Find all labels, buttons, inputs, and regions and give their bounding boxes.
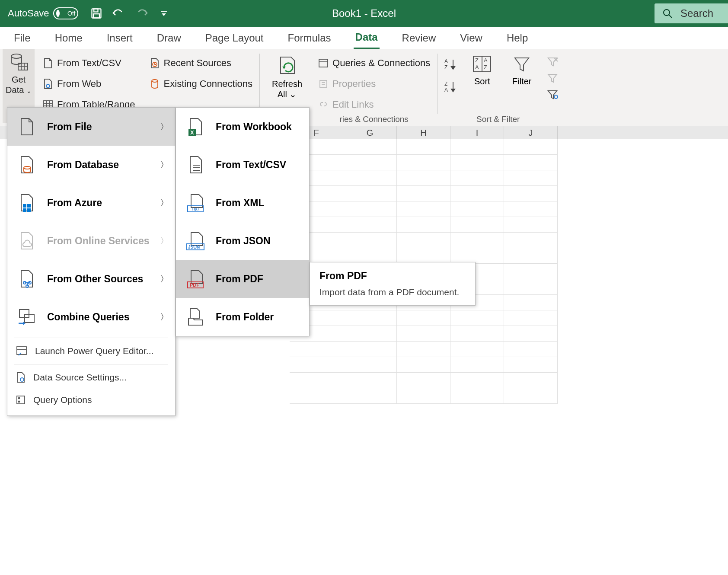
- svg-rect-61: [17, 347, 26, 355]
- label: Launch Power Query Editor...: [35, 346, 153, 356]
- web-file-icon: [42, 78, 54, 89]
- svg-text:〈⊕〉: 〈⊕〉: [189, 207, 201, 211]
- tab-draw[interactable]: Draw: [155, 28, 183, 48]
- submenu-from-xml[interactable]: 〈⊕〉 From XML: [176, 184, 309, 222]
- tab-home[interactable]: Home: [53, 28, 84, 48]
- label: From PDF: [216, 273, 263, 285]
- chevron-right-icon: 〉: [160, 160, 168, 170]
- from-web-button[interactable]: From Web: [40, 75, 138, 93]
- svg-point-12: [46, 84, 50, 88]
- text-csv-icon: [185, 154, 206, 176]
- tab-formulas[interactable]: Formulas: [286, 28, 333, 48]
- svg-rect-48: [23, 204, 26, 208]
- svg-point-63: [20, 378, 24, 381]
- svg-point-7: [11, 54, 22, 58]
- clock-file-icon: [149, 58, 160, 69]
- menu-from-database[interactable]: From Database 〉: [7, 146, 175, 184]
- save-button[interactable]: [89, 6, 104, 21]
- svg-rect-51: [27, 208, 31, 212]
- cylinder-icon: [149, 78, 160, 89]
- label: From Database: [47, 159, 119, 171]
- customize-qat-button[interactable]: [156, 6, 171, 21]
- tab-insert[interactable]: Insert: [105, 28, 134, 48]
- refresh-icon: [276, 54, 298, 76]
- tab-data[interactable]: Data: [354, 27, 380, 49]
- col-header[interactable]: I: [450, 126, 504, 139]
- sort-desc-button[interactable]: ZA: [444, 80, 458, 93]
- submenu-from-workbook[interactable]: X From Workbook: [176, 108, 309, 146]
- svg-rect-2: [93, 14, 99, 18]
- svg-point-19: [152, 80, 158, 82]
- tab-help[interactable]: Help: [505, 28, 530, 48]
- submenu-from-folder[interactable]: From Folder: [176, 298, 309, 336]
- label: From Azure: [47, 197, 102, 209]
- autosave-control[interactable]: AutoSave Off: [8, 7, 78, 19]
- tab-page-layout[interactable]: Page Layout: [204, 28, 265, 48]
- col-header[interactable]: J: [504, 126, 558, 139]
- group-queries-connections-label: ries & Connections: [311, 115, 437, 124]
- edit-links-button: Edit Links: [315, 96, 433, 113]
- advanced-filter-button[interactable]: [546, 89, 559, 99]
- svg-marker-33: [451, 89, 455, 92]
- ribbon-tabs: File Home Insert Draw Page Layout Formul…: [0, 27, 728, 49]
- chevron-right-icon: 〉: [160, 121, 168, 132]
- get-data-menu: From File 〉 From Database 〉 From Azure 〉…: [7, 107, 176, 416]
- menu-combine-queries[interactable]: Combine Queries 〉: [7, 298, 175, 336]
- azure-file-icon: [16, 192, 38, 214]
- file-icon: [16, 116, 38, 137]
- label: From Text/CSV: [216, 159, 286, 171]
- from-text-csv-button[interactable]: From Text/CSV: [40, 54, 138, 72]
- pdf-icon: PDF: [185, 268, 206, 290]
- menu-from-file[interactable]: From File 〉: [7, 108, 175, 146]
- svg-point-5: [664, 10, 670, 16]
- sort-asc-button[interactable]: AZ: [444, 58, 458, 70]
- svg-point-46: [554, 95, 558, 99]
- options-icon: [16, 395, 26, 405]
- svg-rect-64: [17, 396, 25, 404]
- queries-connections-button[interactable]: Queries & Connections: [315, 54, 433, 72]
- svg-marker-29: [451, 67, 455, 69]
- tab-file[interactable]: File: [12, 28, 32, 48]
- label: From Workbook: [216, 121, 292, 133]
- autosave-toggle[interactable]: Off: [53, 7, 78, 19]
- sort-button[interactable]: ZAAZ Sort: [467, 52, 497, 86]
- toggle-knob: [56, 10, 60, 17]
- svg-rect-49: [27, 204, 31, 208]
- svg-text:Z: Z: [484, 64, 487, 70]
- existing-connections-button[interactable]: Existing Connections: [147, 75, 255, 93]
- xml-icon: 〈⊕〉: [185, 192, 206, 214]
- submenu-from-pdf[interactable]: PDF From PDF: [176, 260, 309, 298]
- label: Data Source Settings...: [33, 372, 127, 383]
- col-header[interactable]: H: [397, 126, 450, 139]
- menu-from-other-sources[interactable]: From Other Sources 〉: [7, 260, 175, 298]
- get-data-label: Get Data ⌄: [6, 74, 32, 96]
- label: From Text/CSV: [57, 58, 121, 69]
- refresh-all-button[interactable]: Refresh All ⌄: [268, 52, 307, 99]
- tab-review[interactable]: Review: [400, 28, 438, 48]
- submenu-from-json[interactable]: JSON From JSON: [176, 222, 309, 260]
- menu-from-azure[interactable]: From Azure 〉: [7, 184, 175, 222]
- menu-data-source-settings[interactable]: Data Source Settings...: [7, 366, 175, 389]
- svg-marker-40: [515, 58, 529, 71]
- tab-view[interactable]: View: [458, 28, 484, 48]
- svg-rect-21: [319, 59, 328, 67]
- svg-point-65: [19, 398, 20, 399]
- undo-button[interactable]: [112, 6, 126, 21]
- svg-line-6: [669, 15, 672, 18]
- svg-text:Z: Z: [475, 57, 479, 64]
- redo-button[interactable]: [134, 6, 149, 21]
- reapply-filter-button[interactable]: [546, 73, 559, 83]
- menu-launch-pq-editor[interactable]: Launch Power Query Editor...: [7, 340, 175, 362]
- refresh-all-label: Refresh All ⌄: [272, 79, 302, 99]
- clear-filter-button[interactable]: [546, 56, 559, 67]
- chevron-right-icon: 〉: [160, 274, 168, 284]
- col-header[interactable]: G: [343, 126, 397, 139]
- menu-query-options[interactable]: Query Options: [7, 389, 175, 411]
- recent-sources-button[interactable]: Recent Sources: [147, 54, 255, 72]
- label: From Other Sources: [47, 273, 143, 285]
- submenu-from-text-csv[interactable]: From Text/CSV: [176, 146, 309, 184]
- svg-marker-20: [282, 67, 286, 69]
- search-box[interactable]: Search: [655, 3, 728, 23]
- svg-rect-50: [23, 208, 26, 212]
- filter-button[interactable]: Filter: [506, 52, 538, 86]
